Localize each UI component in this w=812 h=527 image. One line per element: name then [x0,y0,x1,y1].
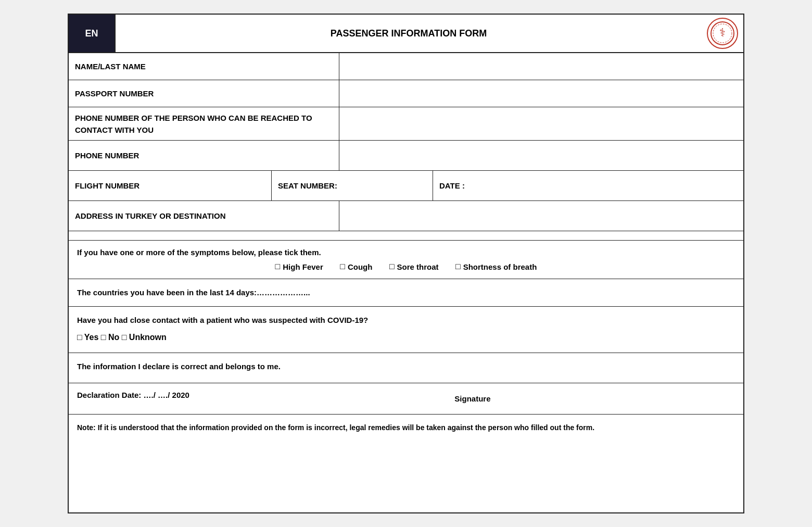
shortness-label: Shortness of breath [463,262,537,271]
cough-label: Cough [348,262,372,271]
phone-contact-row: PHONE NUMBER OF THE PERSON WHO CAN BE RE… [69,107,743,141]
address-value[interactable] [339,201,743,231]
address-row: ADDRESS IN TURKEY OR DESTINATION [69,201,743,231]
phone-value[interactable] [339,141,743,170]
countries-text: The countries you have been in the last … [77,288,310,297]
spacer-1 [69,231,743,241]
covid-row: Have you had close contact with a patien… [69,307,743,353]
name-value[interactable] [339,53,743,80]
name-label: NAME/LAST NAME [75,62,146,71]
flight-label: FLIGHT NUMBER [75,181,139,190]
checkbox-sore-throat[interactable]: □ [389,262,395,271]
name-row: NAME/LAST NAME [69,53,743,80]
note-text: Note: If it is understood that the infor… [77,423,594,432]
passport-label: PASSPORT NUMBER [75,89,154,98]
high-fever-label: High Fever [283,262,323,271]
symptom-high-fever[interactable]: □ High Fever [275,262,323,271]
symptoms-line: □ High Fever □ Cough □ Sore throat □ Sho… [77,262,735,271]
phone-row: PHONE NUMBER [69,141,743,171]
logo-area: ⚕ [702,15,743,52]
form-title: PASSENGER INFORMATION FORM [331,28,487,39]
checkbox-cough[interactable]: □ [340,262,345,271]
passport-value[interactable] [339,80,743,107]
seat-label: SEAT NUMBER: [278,181,337,190]
declaration-text: The information I declare is correct and… [77,360,735,373]
passport-row: PASSPORT NUMBER [69,80,743,107]
covid-options[interactable]: □ Yes □ No □ Unknown [77,331,735,344]
sore-throat-label: Sore throat [397,262,439,271]
symptoms-intro: If you have one or more of the symptoms … [77,248,735,257]
checkbox-high-fever[interactable]: □ [275,262,281,271]
phone-contact-label: PHONE NUMBER OF THE PERSON WHO CAN BE RE… [75,112,333,136]
note-row: Note: If it is understood that the infor… [69,415,743,441]
phone-contact-value[interactable] [339,107,743,140]
symptom-cough[interactable]: □ Cough [340,262,372,271]
lang-label: EN [69,15,116,52]
date-label: DATE : [439,181,465,190]
countries-row: The countries you have been in the last … [69,279,743,307]
header-title-area: PASSENGER INFORMATION FORM [116,15,702,52]
declaration-date-row: Declaration Date: …./ …./ 2020 Signature [69,383,743,415]
symptom-sore-throat[interactable]: □ Sore throat [389,262,439,271]
declaration-section: The information I declare is correct and… [69,353,743,383]
flight-row: FLIGHT NUMBER SEAT NUMBER: DATE : [69,171,743,201]
logo-icon: ⚕ [707,18,738,49]
signature-area: Signature [210,391,735,407]
covid-question: Have you had close contact with a patien… [77,314,735,327]
symptoms-section: If you have one or more of the symptoms … [69,241,743,279]
form-container: EN PASSENGER INFORMATION FORM ⚕ NAME/LAS… [68,14,744,513]
phone-label: PHONE NUMBER [75,151,139,160]
declaration-date: Declaration Date: …./ …./ 2020 [77,391,189,407]
svg-text:⚕: ⚕ [719,26,726,39]
header-row: EN PASSENGER INFORMATION FORM ⚕ [69,15,743,53]
address-label: ADDRESS IN TURKEY OR DESTINATION [75,211,225,220]
checkbox-shortness[interactable]: □ [455,262,461,271]
symptom-shortness[interactable]: □ Shortness of breath [455,262,537,271]
